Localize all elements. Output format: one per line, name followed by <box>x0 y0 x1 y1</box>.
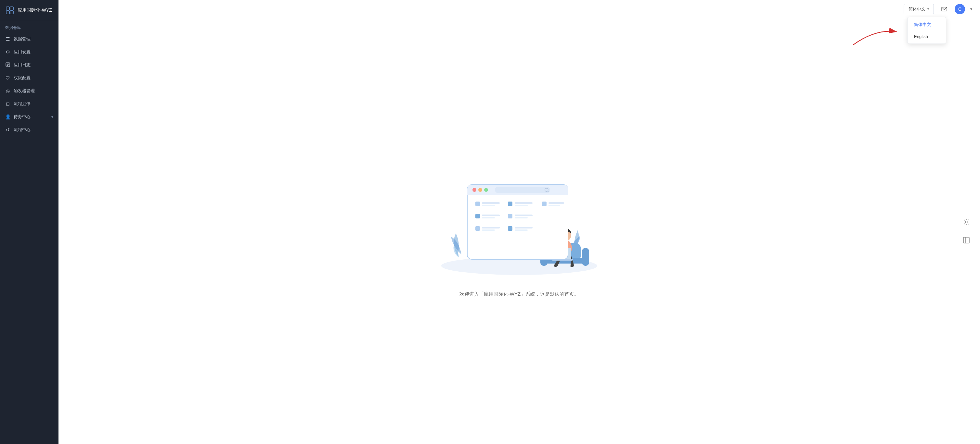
header: 简体中文 ▾ C ▾ <box>59 0 980 18</box>
main-area: 简体中文 ▾ C ▾ 简体中文 English <box>59 0 980 444</box>
sidebar-item-label: 应用设置 <box>14 49 30 55</box>
sidebar-section-title: 数据仓库 <box>0 21 59 32</box>
svg-rect-32 <box>482 202 500 204</box>
svg-rect-41 <box>482 214 500 216</box>
sidebar: 应用国际化-WYZ 数据仓库 ☰ 数据管理 ⚙ 应用设置 应用日志 🛡 权限配置… <box>0 0 59 444</box>
sidebar-item-label: 权限配置 <box>14 75 30 81</box>
svg-point-25 <box>473 188 476 192</box>
logo-icon <box>5 6 14 15</box>
sidebar-item-app-logs[interactable]: 应用日志 <box>0 59 59 71</box>
svg-rect-48 <box>482 230 495 231</box>
avatar-initials: C <box>958 6 961 12</box>
sidebar-item-label: 流程中心 <box>14 127 30 133</box>
content-area: 欢迎进入「应用国际化-WYZ」系统，这是默认的首页。 <box>59 18 980 444</box>
todo-center-icon: 👤 <box>5 114 10 119</box>
svg-rect-40 <box>476 214 480 219</box>
sidebar-item-todo-center[interactable]: 👤 待办中心 ▾ <box>0 110 59 123</box>
user-menu-chevron[interactable]: ▾ <box>970 7 972 11</box>
flow-start-stop-icon: ⊟ <box>5 101 10 106</box>
svg-rect-31 <box>476 201 480 206</box>
svg-rect-39 <box>549 205 560 206</box>
settings-side-icon[interactable] <box>961 216 972 228</box>
svg-rect-35 <box>515 202 533 204</box>
sidebar-item-trigger-management[interactable]: ◎ 触发器管理 <box>0 84 59 97</box>
trigger-management-icon: ◎ <box>5 88 10 94</box>
svg-rect-46 <box>476 226 480 231</box>
sidebar-item-label: 触发器管理 <box>14 88 35 94</box>
lang-option-en-label: English <box>914 34 928 39</box>
svg-point-26 <box>478 188 482 192</box>
flow-center-icon: ↺ <box>5 127 10 132</box>
svg-rect-43 <box>508 214 512 219</box>
side-icons <box>961 216 972 246</box>
avatar[interactable]: C <box>955 4 965 14</box>
app-settings-icon: ⚙ <box>5 49 10 54</box>
lang-option-en[interactable]: English <box>908 31 946 42</box>
lang-option-zh[interactable]: 简体中文 <box>908 19 946 31</box>
svg-rect-38 <box>549 202 564 204</box>
permission-config-icon: 🛡 <box>5 75 10 81</box>
svg-rect-33 <box>482 205 495 206</box>
svg-rect-37 <box>542 201 547 206</box>
chevron-down-icon: ▾ <box>51 115 53 119</box>
svg-rect-36 <box>515 205 528 206</box>
welcome-text: 欢迎进入「应用国际化-WYZ」系统，这是默认的首页。 <box>460 291 579 297</box>
svg-rect-42 <box>482 217 495 219</box>
sidebar-item-label: 待办中心 <box>14 114 30 120</box>
svg-rect-3 <box>10 11 13 14</box>
svg-rect-50 <box>515 227 533 228</box>
svg-rect-34 <box>508 201 512 206</box>
data-management-icon: ☰ <box>5 36 10 41</box>
chevron-down-icon: ▾ <box>928 7 929 11</box>
svg-rect-47 <box>482 227 500 228</box>
sidebar-item-flow-start-stop[interactable]: ⊟ 流程启停 <box>0 97 59 110</box>
sidebar-logo[interactable]: 应用国际化-WYZ <box>0 0 59 21</box>
svg-rect-22 <box>467 185 568 259</box>
illustration-wrapper: 欢迎进入「应用国际化-WYZ」系统，这是默认的首页。 <box>435 165 604 297</box>
lang-option-zh-label: 简体中文 <box>914 22 931 27</box>
app-logs-icon <box>5 62 10 68</box>
svg-rect-45 <box>515 217 528 219</box>
svg-rect-0 <box>6 7 10 10</box>
language-select-label: 简体中文 <box>908 6 926 12</box>
svg-point-10 <box>966 221 967 223</box>
sidebar-item-label: 数据管理 <box>14 36 30 42</box>
sidebar-item-label: 流程启停 <box>14 101 30 107</box>
expand-side-icon[interactable] <box>961 234 972 246</box>
svg-point-27 <box>484 188 488 192</box>
svg-rect-44 <box>515 214 533 216</box>
svg-rect-11 <box>963 237 969 243</box>
svg-rect-1 <box>10 7 13 10</box>
svg-rect-2 <box>6 11 10 14</box>
sidebar-item-flow-center[interactable]: ↺ 流程中心 <box>0 123 59 136</box>
hero-illustration <box>435 165 604 282</box>
language-dropdown: 简体中文 English <box>907 17 946 44</box>
language-select-button[interactable]: 简体中文 ▾ <box>904 4 934 14</box>
svg-rect-49 <box>508 226 512 231</box>
sidebar-item-app-settings[interactable]: ⚙ 应用设置 <box>0 46 59 59</box>
message-icon[interactable] <box>939 4 950 14</box>
sidebar-item-permission-config[interactable]: 🛡 权限配置 <box>0 71 59 84</box>
sidebar-item-label: 应用日志 <box>14 62 30 68</box>
svg-rect-51 <box>515 230 528 231</box>
svg-rect-28 <box>495 187 550 193</box>
sidebar-item-data-management[interactable]: ☰ 数据管理 <box>0 32 59 46</box>
app-title: 应用国际化-WYZ <box>18 8 52 13</box>
